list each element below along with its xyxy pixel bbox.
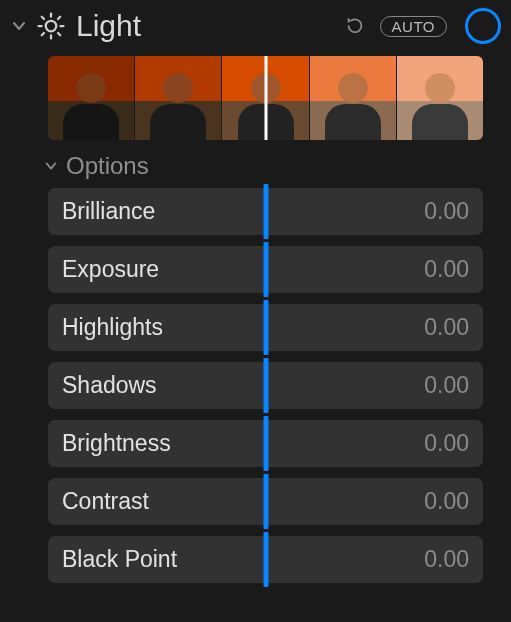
slider-shadows[interactable]: Shadows0.00	[48, 362, 483, 409]
slider-handle[interactable]	[263, 242, 268, 297]
light-preview-strip[interactable]	[48, 56, 483, 140]
preview-thumb	[309, 56, 396, 140]
preview-indicator[interactable]	[264, 56, 267, 140]
preview-thumb	[48, 56, 134, 140]
slider-label: Brilliance	[62, 198, 155, 225]
slider-highlights[interactable]: Highlights0.00	[48, 304, 483, 351]
slider-handle[interactable]	[263, 416, 268, 471]
slider-handle[interactable]	[263, 184, 268, 239]
chevron-down-icon[interactable]	[10, 17, 28, 35]
slider-value: 0.00	[424, 546, 469, 573]
slider-label: Brightness	[62, 430, 171, 457]
preview-thumb	[396, 56, 483, 140]
preview-thumb	[134, 56, 221, 140]
slider-value: 0.00	[424, 488, 469, 515]
auto-button[interactable]: AUTO	[380, 16, 447, 37]
enable-toggle-ring[interactable]	[465, 8, 501, 44]
svg-line-6	[58, 33, 60, 35]
slider-handle[interactable]	[263, 474, 268, 529]
undo-icon[interactable]	[344, 15, 366, 37]
slider-label: Exposure	[62, 256, 159, 283]
section-title: Light	[76, 9, 141, 43]
slider-value: 0.00	[424, 314, 469, 341]
slider-value: 0.00	[424, 198, 469, 225]
slider-label: Black Point	[62, 546, 177, 573]
slider-black-point[interactable]: Black Point0.00	[48, 536, 483, 583]
slider-label: Contrast	[62, 488, 149, 515]
light-adjust-panel: Light AUTO Options Brilliance0.00Exposur…	[0, 0, 511, 606]
options-title: Options	[66, 152, 149, 180]
slider-handle[interactable]	[263, 300, 268, 355]
svg-line-8	[58, 17, 60, 19]
slider-exposure[interactable]: Exposure0.00	[48, 246, 483, 293]
svg-line-7	[42, 33, 44, 35]
chevron-down-icon	[44, 159, 58, 173]
light-icon	[36, 11, 66, 41]
svg-point-0	[46, 21, 57, 32]
light-section-header: Light AUTO	[10, 0, 501, 52]
slider-handle[interactable]	[263, 358, 268, 413]
slider-value: 0.00	[424, 372, 469, 399]
sliders-list: Brilliance0.00Exposure0.00Highlights0.00…	[48, 188, 483, 583]
slider-label: Shadows	[62, 372, 157, 399]
slider-label: Highlights	[62, 314, 163, 341]
slider-handle[interactable]	[263, 532, 268, 587]
slider-brightness[interactable]: Brightness0.00	[48, 420, 483, 467]
slider-contrast[interactable]: Contrast0.00	[48, 478, 483, 525]
slider-value: 0.00	[424, 430, 469, 457]
slider-value: 0.00	[424, 256, 469, 283]
svg-line-5	[42, 17, 44, 19]
slider-brilliance[interactable]: Brilliance0.00	[48, 188, 483, 235]
options-disclosure[interactable]: Options	[44, 152, 501, 180]
